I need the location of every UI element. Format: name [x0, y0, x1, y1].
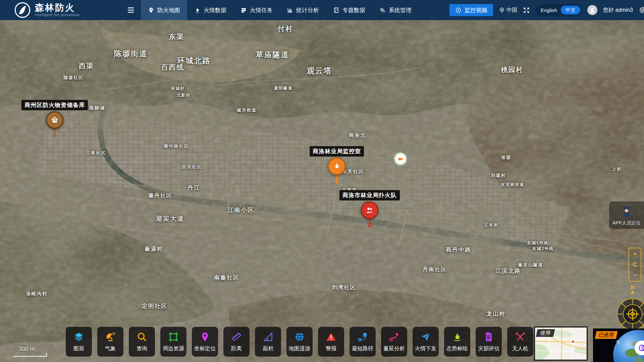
- map-label: 刘湾社区: [332, 284, 356, 291]
- map-label: 南秦社区: [214, 274, 239, 282]
- nav-item-2[interactable]: 火情数据: [187, 0, 233, 20]
- map-label: 迎宾大道: [156, 215, 184, 223]
- tool-11-button[interactable]: 蔓延分析: [381, 327, 407, 357]
- nav-item-3[interactable]: 火情任务: [233, 0, 280, 20]
- zoom-reset-button[interactable]: C: [633, 261, 637, 268]
- map-label: 丹江: [187, 184, 200, 191]
- nav-item-5[interactable]: 专题数据: [326, 0, 372, 20]
- tool-label: 查询: [137, 345, 147, 352]
- country-pin-icon: [499, 7, 505, 13]
- tool-8-button[interactable]: 地图漫游: [286, 327, 313, 357]
- map-label: 城关街道: [236, 107, 257, 113]
- team-icon[interactable]: [361, 201, 378, 219]
- compass[interactable]: N: [609, 284, 644, 334]
- spread-icon: [389, 331, 399, 342]
- map-canvas[interactable]: 东渠陈塬街道环城北路百西线西渠付村草庙隧道观云塔桃园村随塬社区张城村北新街城关街…: [0, 20, 644, 362]
- map-label: 商洛北: [349, 132, 366, 138]
- marker-label: 商洛林业局监控室: [310, 146, 364, 157]
- tool-label: 警报: [326, 345, 336, 352]
- weather-icon: [105, 331, 116, 342]
- tool-7-button[interactable]: 面积: [255, 327, 281, 357]
- tool-5-button[interactable]: 坐标定位: [192, 327, 218, 357]
- tool-14-button[interactable]: 灾损评估: [476, 327, 502, 357]
- zoom-out-button[interactable]: −: [633, 273, 637, 279]
- nav-item-6[interactable]: 系统管理: [372, 0, 419, 20]
- menu-toggle[interactable]: [127, 6, 135, 14]
- lang-option-chinese[interactable]: 中文: [561, 6, 580, 14]
- marker-arrow: [367, 225, 372, 228]
- map-label: 龙山村: [486, 310, 505, 318]
- scale-line: [13, 353, 47, 357]
- tool-label: 火情下发: [415, 345, 436, 352]
- nav-item-1[interactable]: 防火地图: [141, 0, 187, 20]
- map-label: 友谊路街道: [501, 182, 524, 187]
- app-personnel-panel[interactable]: APP人员定位: [609, 201, 644, 229]
- flame-icon[interactable]: [328, 158, 345, 175]
- tool-label: 灾损评估: [478, 345, 499, 352]
- tool-2-button[interactable]: 气象: [97, 327, 123, 357]
- tool-3-button[interactable]: 查询: [129, 327, 155, 357]
- tool-9-button[interactable]: 警报: [318, 327, 344, 357]
- map-label: 东渠: [169, 32, 184, 42]
- system-icon: [379, 7, 386, 13]
- area-icon: [263, 331, 273, 342]
- user-avatar[interactable]: [587, 5, 597, 15]
- house-icon[interactable]: [46, 111, 63, 129]
- map-label: 西关社区: [182, 164, 202, 170]
- country-selector[interactable]: 中国: [499, 7, 517, 14]
- map-label: 付村: [278, 24, 293, 34]
- settings-gear-icon[interactable]: [639, 6, 644, 14]
- tool-12-button[interactable]: 火情下发: [413, 327, 439, 357]
- lang-option-english[interactable]: English: [541, 7, 557, 13]
- map-label: 秦丹社区: [148, 192, 172, 199]
- zoom-in-button[interactable]: +: [633, 251, 637, 257]
- marker-label: 商州区防火物资储备库: [21, 100, 88, 110]
- tool-13-button[interactable]: 态势标绘: [444, 327, 470, 357]
- bottom-toolbar: 图层气象查询周边资源坐标定位距离面积地图漫游警报最短路径蔓延分析火情下发态势标绘…: [66, 327, 533, 357]
- tool-1-button[interactable]: 图层: [66, 327, 92, 357]
- route-icon: [357, 331, 368, 342]
- map-label: 商中路社区: [164, 143, 189, 149]
- tool-10-button[interactable]: 最短路径: [350, 327, 376, 357]
- monitor-video-button[interactable]: 监控视频: [449, 4, 493, 16]
- brand-logo-icon: [14, 2, 31, 18]
- plot-flame-icon: [452, 331, 463, 342]
- map-label: 定明社区: [142, 302, 167, 310]
- map-label: 上村: [612, 166, 622, 172]
- nav-item-label: 系统管理: [389, 6, 412, 14]
- map-label: 百西线: [161, 63, 184, 72]
- tool-label: 地图漫游: [289, 345, 310, 352]
- camera-poi-marker[interactable]: [395, 154, 406, 164]
- minimap-earth-badge: 已使用: [595, 331, 618, 339]
- map-label: 商鞅城: [89, 105, 105, 111]
- tool-15-button[interactable]: 无人机: [507, 327, 533, 357]
- marker-arrow: [334, 181, 339, 184]
- map-label: 江滨北路: [495, 267, 521, 275]
- tool-4-button[interactable]: 周边资源: [160, 327, 186, 357]
- fire-data-icon: [194, 7, 201, 13]
- map-label: 东城1号线: [527, 240, 549, 246]
- map-label: 陈塬街道: [114, 48, 148, 59]
- tool-label: 图层: [73, 345, 84, 352]
- compass-north-label: N: [631, 285, 635, 290]
- language-toggle[interactable]: English 中文: [536, 4, 582, 16]
- app-subtitle: Intelligent fire prevention: [35, 13, 79, 17]
- layers-icon: [73, 331, 84, 342]
- map-label: 北新街: [176, 93, 191, 98]
- tool-6-button[interactable]: 距离: [223, 327, 250, 357]
- map-label: 桃园村: [501, 65, 523, 74]
- minimap-street[interactable]: 使用: [534, 326, 588, 361]
- map-label: 随塬社区: [63, 75, 84, 81]
- minimap-earth[interactable]: 已使用: [593, 328, 644, 362]
- nav-item-4[interactable]: 统计分析: [280, 0, 326, 20]
- map-label: 观云塔: [307, 65, 332, 76]
- ruler-icon: [231, 331, 242, 342]
- scale-bar: 300 m: [13, 346, 47, 357]
- moon-icon: [615, 341, 620, 345]
- nav-item-label: 统计分析: [296, 6, 319, 14]
- fullscreen-button[interactable]: [523, 7, 530, 14]
- drone-icon: [515, 331, 526, 342]
- app-title: 森林防火: [35, 3, 79, 12]
- marker-arrow: [52, 135, 57, 138]
- topbar-right: 监控视频 中国 English 中文 您好 admin3: [449, 0, 641, 20]
